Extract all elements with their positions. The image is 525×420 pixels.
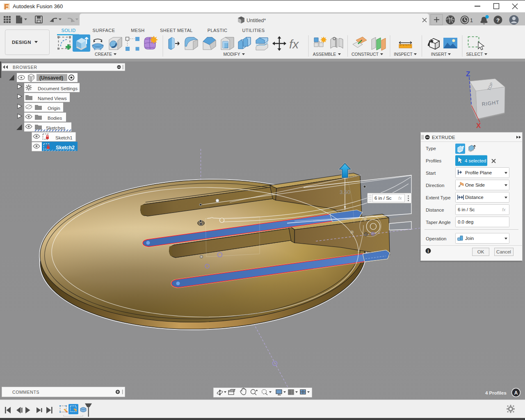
svg-text:6 in / Sc: 6 in / Sc [458,207,475,212]
svg-text:1: 1 [470,18,473,23]
svg-text:Distance: Distance [465,195,484,200]
svg-text:Profiles: Profiles [426,158,442,163]
svg-text:(Unsaved): (Unsaved) [39,75,63,81]
svg-text:4 Profiles: 4 Profiles [485,390,507,395]
svg-text:Document Settings: Document Settings [38,86,78,91]
svg-text:Operation: Operation [426,236,447,241]
svg-text:Profile Plane: Profile Plane [465,170,492,175]
svg-text:Extent Type: Extent Type [426,195,451,200]
svg-text:?: ? [496,17,500,23]
svg-text:Taper Angle: Taper Angle [426,220,451,225]
svg-text:UTILITIES: UTILITIES [242,28,265,33]
svg-text:Origin: Origin [48,106,60,111]
svg-text:Z: Z [466,70,470,78]
svg-text:fx: fx [289,37,299,51]
svg-text:SELECT: SELECT [466,52,483,57]
svg-text:0.0 deg: 0.0 deg [458,219,473,224]
svg-text:Sketch1: Sketch1 [55,135,73,140]
svg-text:DESIGN: DESIGN [12,40,31,45]
svg-text:4 selected: 4 selected [465,158,486,163]
svg-text:Direction: Direction [426,183,444,188]
svg-text:Distance: Distance [426,208,444,212]
svg-text:INSERT: INSERT [431,52,447,57]
svg-text:OK: OK [477,249,484,254]
svg-text:Type: Type [426,146,436,151]
svg-text:i: i [428,249,429,253]
svg-text:SURFACE: SURFACE [93,28,115,33]
svg-text:EXTRUDE: EXTRUDE [432,135,455,140]
svg-text:X: X [476,122,481,130]
svg-text:ASSEMBLE: ASSEMBLE [313,52,336,57]
svg-text:Sketch2: Sketch2 [56,145,75,151]
svg-text:3.50: 3.50 [340,189,350,195]
svg-text:Bodies: Bodies [48,116,62,121]
svg-text:CONSTRUCT: CONSTRUCT [352,52,379,57]
svg-text:One Side: One Side [465,183,485,187]
svg-text:Untitled*: Untitled* [247,18,266,23]
svg-text:MODIFY: MODIFY [224,52,240,57]
svg-text:Named Views: Named Views [38,96,67,101]
svg-text:Cancel: Cancel [496,249,511,254]
svg-text:Join: Join [465,236,474,241]
svg-text:INSPECT: INSPECT [394,52,413,57]
svg-text:PLASTIC: PLASTIC [208,28,228,33]
svg-text:CREATE: CREATE [95,52,112,57]
svg-text:A: A [514,390,518,396]
svg-text:SHEET METAL: SHEET METAL [160,28,193,33]
svg-text:COMMENTS: COMMENTS [12,390,39,395]
svg-text:6 in / Sc: 6 in / Sc [374,196,392,201]
svg-text:Autodesk Fusion 360: Autodesk Fusion 360 [13,3,63,9]
svg-text:Start: Start [426,171,436,176]
svg-text:MESH: MESH [131,28,144,33]
svg-text:fx: fx [398,196,402,201]
svg-text:SOLID: SOLID [61,28,75,33]
svg-text:fx: fx [502,207,506,212]
svg-text:BROWSER: BROWSER [13,65,37,70]
svg-text:Sketches: Sketches [46,126,66,130]
